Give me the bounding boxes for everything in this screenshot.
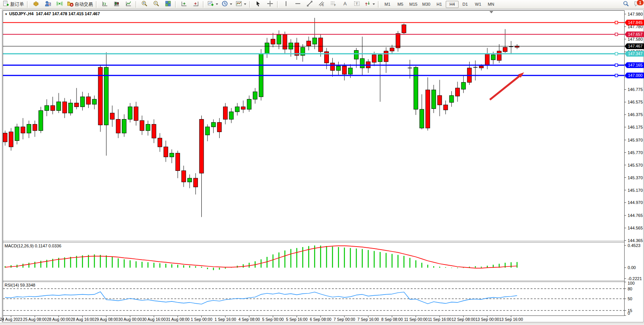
candle-body	[223, 107, 228, 119]
macd-histogram-bar	[368, 250, 369, 268]
macd-histogram-bar	[243, 264, 244, 268]
horizontal-line-button[interactable]	[292, 0, 303, 8]
bar-chart-icon	[102, 0, 108, 8]
line-handle-147.657[interactable]	[615, 33, 618, 36]
line-handle-147.000[interactable]	[615, 74, 618, 77]
macd-histogram-bar	[284, 250, 285, 268]
candle-body	[75, 103, 79, 107]
search-button[interactable]	[620, 0, 631, 8]
svg-text:A: A	[343, 1, 347, 6]
candle-body	[485, 54, 489, 65]
time-axis-label: 25 Aug 08:00	[23, 317, 47, 322]
timeframe-M30[interactable]: M30	[420, 1, 433, 8]
macd-histogram-bar	[34, 262, 35, 268]
zoom-out-icon	[153, 0, 159, 8]
trendline-button[interactable]	[304, 0, 315, 8]
candle-body	[271, 39, 275, 44]
market-watch-icon	[33, 0, 39, 8]
candle-body	[235, 107, 239, 112]
dropdown-caret	[244, 3, 246, 5]
bar-chart-button[interactable]	[99, 0, 110, 8]
auto-scroll-button[interactable]	[190, 0, 201, 8]
price-tag-label: 147.467	[628, 44, 642, 48]
text-label-button[interactable]: T	[351, 0, 362, 8]
candle-body	[51, 105, 55, 110]
time-axis-label: 5 Sep 00:00	[262, 317, 284, 322]
timeframe-H4[interactable]: H4	[446, 1, 459, 8]
macd-histogram-bar	[386, 253, 387, 268]
macd-histogram-bar	[88, 255, 89, 268]
fibonacci-button[interactable]: F	[327, 0, 339, 8]
macd-histogram-bar	[279, 252, 280, 268]
time-axis-label: 11 Sep 00:00	[404, 317, 428, 322]
timeframe-M1[interactable]: M1	[381, 1, 394, 8]
separator	[277, 1, 279, 8]
timeframe-MN[interactable]: MN	[485, 1, 497, 8]
timeframe-D1[interactable]: D1	[459, 1, 472, 8]
macd-histogram-bar	[356, 249, 357, 268]
horizontal-line-icon	[295, 0, 301, 8]
candlestick-chart-button[interactable]	[111, 0, 122, 8]
macd-histogram-bar	[219, 268, 220, 269]
macd-histogram-bar	[159, 263, 161, 268]
candle-body	[170, 153, 174, 157]
macd-histogram-bar	[332, 247, 333, 268]
chart-canvas[interactable]: 147.980147.780147.580147.380147.180146.9…	[0, 0, 644, 325]
chart-shift-marker[interactable]	[489, 11, 493, 13]
crosshair-button[interactable]	[264, 0, 276, 8]
candle-body	[432, 90, 436, 108]
crosshair-icon	[267, 0, 273, 8]
line-handle-147.845[interactable]	[615, 21, 618, 24]
chart-shift-button[interactable]	[178, 0, 190, 8]
timeframe-M15[interactable]: M15	[407, 1, 420, 8]
line-handle-147.165[interactable]	[615, 64, 618, 67]
candle-body	[283, 35, 287, 49]
chart-header[interactable]: ▼USDJPY-,H4147.447 147.478 147.415 147.4…	[5, 11, 100, 16]
candle-body	[396, 33, 400, 48]
horizontal-scrollbar[interactable]	[0, 323, 644, 325]
data-window-button[interactable]	[42, 0, 53, 8]
candle-body	[402, 25, 406, 33]
period-selector-button[interactable]	[220, 0, 234, 8]
line-chart-button[interactable]	[123, 0, 134, 8]
new-order-button[interactable]: 新订单	[1, 0, 26, 8]
equidistant-channel-button[interactable]: E	[316, 0, 327, 8]
tile-windows-button[interactable]	[162, 0, 174, 8]
macd-histogram-bar	[427, 265, 429, 268]
macd-histogram-bar	[379, 252, 381, 268]
cursor-button[interactable]	[252, 0, 264, 8]
navigator-button[interactable]	[54, 0, 65, 8]
price-axis-label: 147.980	[628, 12, 643, 16]
price-axis-label: 145.370	[628, 175, 643, 180]
arrows-tool-button[interactable]	[363, 0, 376, 8]
timeframe-H1[interactable]: H1	[433, 1, 446, 8]
autotrading-button[interactable]: 自动交易	[65, 0, 94, 8]
macd-histogram-bar	[362, 249, 363, 268]
candle-body	[193, 178, 198, 187]
timeframe-M5[interactable]: M5	[394, 1, 407, 8]
price-tag-label: 147.845	[628, 20, 642, 25]
zoom-in-button[interactable]	[139, 0, 150, 8]
timeframe-W1[interactable]: W1	[472, 1, 485, 8]
zoom-out-button[interactable]	[150, 0, 162, 8]
vertical-line-button[interactable]	[280, 0, 292, 8]
macd-histogram-bar	[249, 263, 250, 268]
candle-body	[277, 35, 281, 44]
new-order-label: 新订单	[10, 1, 24, 8]
chart-template-button[interactable]	[234, 0, 248, 8]
candle-body	[426, 90, 430, 128]
macd-histogram-bar	[189, 266, 190, 268]
vertical-line-icon	[283, 0, 289, 8]
line-handle-147.347[interactable]	[615, 53, 618, 55]
mt4-terminal: { "toolbar": { "new_order_label": "新订单",…	[0, 0, 644, 325]
add-indicator-button[interactable]	[206, 0, 220, 8]
notifications-button[interactable]: 1	[631, 0, 643, 8]
arrow-annotation[interactable]	[490, 75, 521, 100]
market-watch-button[interactable]	[30, 0, 41, 8]
candle-body	[360, 59, 364, 68]
svg-text:T: T	[355, 2, 358, 6]
symbol-dropdown-icon[interactable]: ▼	[5, 13, 8, 16]
macd-histogram-bar	[326, 246, 327, 268]
text-button[interactable]: A	[339, 0, 351, 8]
macd-histogram-bar	[273, 255, 274, 268]
